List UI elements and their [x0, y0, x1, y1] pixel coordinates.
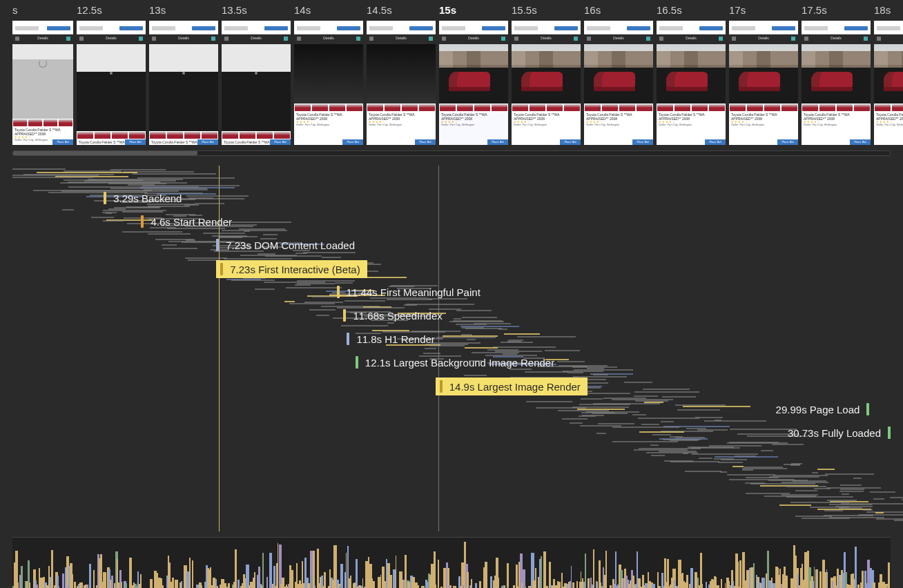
frame-thumbnail: Details Toyota Corolla Fielder S **WA AP…	[802, 21, 871, 145]
request-bar	[772, 444, 804, 445]
request-bar	[462, 317, 497, 318]
flame-segment	[572, 582, 575, 588]
request-bar	[840, 484, 862, 486]
frame-time-label: 13s	[149, 0, 218, 21]
waterfall[interactable]: 3.29s Backend4.6s Start Render7.23s DOM …	[12, 166, 891, 531]
flame-segment	[217, 586, 218, 588]
flame-segment	[686, 575, 688, 588]
filmstrip-frame[interactable]: 14.5s Details Toyota Corolla Fielder S *…	[367, 0, 436, 145]
flame-segment	[417, 585, 418, 588]
filmstrip-frame[interactable]: 15.5s Details Toyota Corolla Fielder S *…	[512, 0, 581, 145]
flame-segment	[516, 565, 517, 588]
metric-label: 14.9s Largest Image Render	[449, 381, 581, 393]
frame-thumbnail: Details Toyota Corolla Fielder S **WA AP…	[657, 21, 726, 145]
filmstrip-frame[interactable]: s Details Toyota Corolla Fielder S **WA …	[12, 0, 73, 145]
request-bar	[612, 427, 679, 428]
request-bar	[122, 231, 182, 233]
metric-largest-bg-image[interactable]: 12.1s Largest Background Image Render	[356, 354, 554, 371]
request-bar	[557, 361, 585, 362]
request-bar	[730, 429, 797, 430]
request-bar	[761, 450, 773, 451]
filmstrip-frame[interactable]: 17s Details Toyota Corolla Fielder S **W…	[729, 0, 798, 145]
request-bar	[464, 375, 487, 376]
request-bar	[873, 498, 884, 500]
flame-segment	[125, 583, 127, 588]
request-bar	[454, 318, 461, 320]
filmstrip-scrollbar-thumb[interactable]	[13, 151, 197, 155]
filmstrip-scrollbar[interactable]	[12, 150, 891, 156]
flame-segment	[324, 572, 325, 588]
flame-segment	[817, 570, 818, 588]
metric-first-meaningful-paint[interactable]: 11.44s First Meaningful Paint	[337, 284, 480, 300]
flame-segment	[535, 568, 536, 588]
request-bar	[186, 195, 249, 197]
timeline-vline	[438, 166, 439, 531]
frame-thumbnail: Details Toyota Corolla Fielder S **WA AP…	[729, 21, 798, 145]
request-bar	[188, 259, 219, 261]
metric-label: 11.8s H1 Render	[356, 333, 434, 345]
request-bar	[853, 478, 862, 479]
flame-segment	[588, 578, 590, 588]
request-bar	[863, 509, 873, 511]
flame-segment	[407, 582, 409, 588]
request-bar	[231, 224, 257, 226]
request-bar	[465, 347, 498, 349]
flame-segment	[498, 578, 500, 588]
request-bar	[322, 257, 341, 258]
flame-segment	[200, 585, 202, 588]
request-bar	[786, 496, 853, 498]
frame-thumbnail: Details Toyota Corolla Fielder S **WA AP…	[367, 21, 436, 145]
request-bar	[786, 486, 826, 487]
flame-segment	[718, 585, 719, 588]
filmstrip-frame[interactable]: 17.5s Details Toyota Corolla Fielder S *…	[802, 0, 871, 145]
request-bar	[365, 277, 407, 278]
flame-segment	[605, 551, 607, 588]
metric-largest-image[interactable]: 14.9s Largest Image Render	[436, 378, 588, 395]
flame-segment	[467, 572, 469, 588]
flame-segment	[186, 571, 188, 588]
filmstrip-frame[interactable]: 12.5s Details Toyota Corolla Fielder S *…	[77, 0, 146, 145]
request-bar	[449, 321, 505, 322]
metric-backend[interactable]: 3.29s Backend	[104, 190, 182, 206]
request-bar	[316, 315, 329, 316]
metric-fully-loaded[interactable]: 30.73s Fully Loaded	[788, 424, 891, 441]
filmstrip-frame[interactable]: 13s Details Toyota Corolla Fielder S **W…	[149, 0, 218, 145]
flame-segment	[753, 563, 755, 588]
metric-h1-render[interactable]: 11.8s H1 Render	[347, 331, 434, 347]
filmstrip-frame[interactable]: 14s Details Toyota Corolla Fielder S **W…	[294, 0, 363, 145]
frame-thumbnail: Details Toyota Corolla Fielder S **WA AP…	[77, 21, 146, 145]
filmstrip[interactable]: s Details Toyota Corolla Fielder S **WA …	[0, 0, 903, 146]
metric-tick	[356, 356, 358, 369]
request-bar	[825, 473, 874, 475]
flame-segment	[140, 574, 142, 588]
flame-chart[interactable]	[12, 537, 891, 588]
flame-segment	[737, 562, 739, 588]
flame-segment	[192, 560, 193, 588]
flame-segment	[549, 562, 551, 588]
metric-page-load[interactable]: 29.99s Page Load	[776, 401, 870, 418]
flame-segment	[111, 576, 113, 588]
frame-thumbnail: Details Toyota Corolla Fielder S **WA AP…	[439, 21, 508, 145]
metric-tick	[440, 380, 443, 393]
request-bar	[493, 346, 556, 348]
flame-segment	[652, 584, 654, 588]
request-bar	[436, 337, 496, 338]
metric-speedindex[interactable]: 11.68s SpeedIndex	[343, 307, 442, 324]
filmstrip-frame[interactable]: 16.5s Details Toyota Corolla Fielder S *…	[657, 0, 726, 145]
request-bar	[612, 441, 677, 442]
request-bar	[727, 474, 775, 476]
metric-dom-content-loaded[interactable]: 7.23s DOM Content Loaded	[216, 237, 355, 253]
waterfall-panel[interactable]: 3.29s Backend4.6s Start Render7.23s DOM …	[12, 166, 891, 531]
flame-segment	[479, 581, 482, 588]
flame-segment	[93, 570, 95, 588]
flame-segment	[721, 579, 722, 588]
filmstrip-frame[interactable]: 15s Details Toyota Corolla Fielder S **W…	[439, 0, 508, 145]
metric-start-render[interactable]: 4.6s Start Render	[141, 213, 232, 230]
request-bar	[133, 173, 216, 175]
metric-first-interactive[interactable]: 7.23s First Interactive (Beta)	[216, 260, 367, 278]
flame-segment	[237, 580, 240, 588]
filmstrip-frame[interactable]: 18s Details Toyota Corolla Fielder S **W…	[874, 0, 903, 145]
filmstrip-frame[interactable]: 13.5s Details Toyota Corolla Fielder S *…	[222, 0, 291, 145]
request-bar	[284, 301, 295, 302]
filmstrip-frame[interactable]: 16s Details Toyota Corolla Fielder S **W…	[584, 0, 653, 145]
